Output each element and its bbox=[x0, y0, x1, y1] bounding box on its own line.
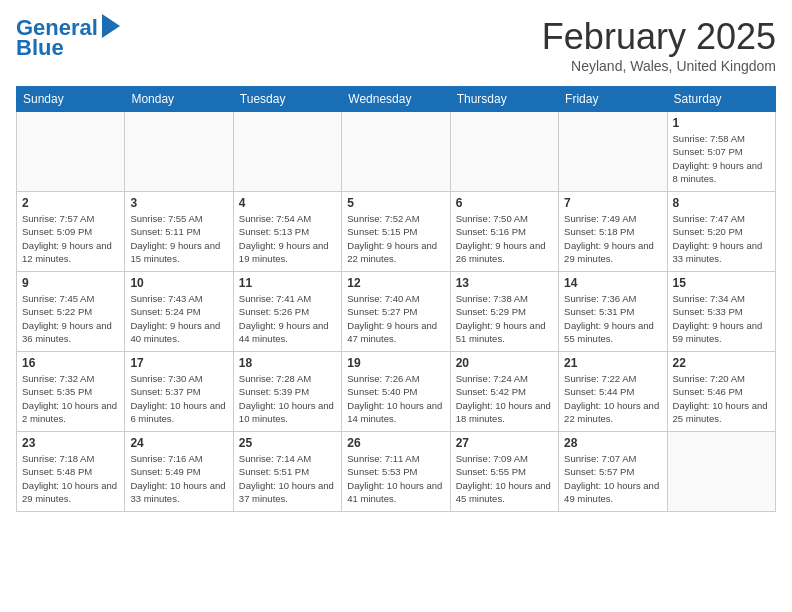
day-info: Sunrise: 7:54 AM Sunset: 5:13 PM Dayligh… bbox=[239, 212, 336, 265]
calendar-day-cell bbox=[233, 112, 341, 192]
day-number: 28 bbox=[564, 436, 661, 450]
day-info: Sunrise: 7:32 AM Sunset: 5:35 PM Dayligh… bbox=[22, 372, 119, 425]
day-info: Sunrise: 7:41 AM Sunset: 5:26 PM Dayligh… bbox=[239, 292, 336, 345]
day-info: Sunrise: 7:28 AM Sunset: 5:39 PM Dayligh… bbox=[239, 372, 336, 425]
calendar-day-cell: 19Sunrise: 7:26 AM Sunset: 5:40 PM Dayli… bbox=[342, 352, 450, 432]
calendar-day-cell: 17Sunrise: 7:30 AM Sunset: 5:37 PM Dayli… bbox=[125, 352, 233, 432]
day-info: Sunrise: 7:43 AM Sunset: 5:24 PM Dayligh… bbox=[130, 292, 227, 345]
calendar-day-cell bbox=[342, 112, 450, 192]
calendar-day-cell: 15Sunrise: 7:34 AM Sunset: 5:33 PM Dayli… bbox=[667, 272, 775, 352]
day-info: Sunrise: 7:55 AM Sunset: 5:11 PM Dayligh… bbox=[130, 212, 227, 265]
calendar-body: 1Sunrise: 7:58 AM Sunset: 5:07 PM Daylig… bbox=[17, 112, 776, 512]
day-info: Sunrise: 7:52 AM Sunset: 5:15 PM Dayligh… bbox=[347, 212, 444, 265]
calendar-day-cell: 14Sunrise: 7:36 AM Sunset: 5:31 PM Dayli… bbox=[559, 272, 667, 352]
calendar-day-cell bbox=[667, 432, 775, 512]
calendar-day-cell: 21Sunrise: 7:22 AM Sunset: 5:44 PM Dayli… bbox=[559, 352, 667, 432]
calendar-day-cell: 20Sunrise: 7:24 AM Sunset: 5:42 PM Dayli… bbox=[450, 352, 558, 432]
calendar-day-cell: 22Sunrise: 7:20 AM Sunset: 5:46 PM Dayli… bbox=[667, 352, 775, 432]
title-block: February 2025 Neyland, Wales, United Kin… bbox=[542, 16, 776, 74]
calendar-day-cell: 6Sunrise: 7:50 AM Sunset: 5:16 PM Daylig… bbox=[450, 192, 558, 272]
day-of-week-header: Friday bbox=[559, 87, 667, 112]
calendar-day-cell: 8Sunrise: 7:47 AM Sunset: 5:20 PM Daylig… bbox=[667, 192, 775, 272]
calendar-day-cell: 27Sunrise: 7:09 AM Sunset: 5:55 PM Dayli… bbox=[450, 432, 558, 512]
calendar-day-cell: 26Sunrise: 7:11 AM Sunset: 5:53 PM Dayli… bbox=[342, 432, 450, 512]
day-of-week-header: Saturday bbox=[667, 87, 775, 112]
day-info: Sunrise: 7:34 AM Sunset: 5:33 PM Dayligh… bbox=[673, 292, 770, 345]
day-number: 15 bbox=[673, 276, 770, 290]
day-info: Sunrise: 7:38 AM Sunset: 5:29 PM Dayligh… bbox=[456, 292, 553, 345]
calendar-day-cell: 16Sunrise: 7:32 AM Sunset: 5:35 PM Dayli… bbox=[17, 352, 125, 432]
calendar-day-cell: 18Sunrise: 7:28 AM Sunset: 5:39 PM Dayli… bbox=[233, 352, 341, 432]
day-info: Sunrise: 7:58 AM Sunset: 5:07 PM Dayligh… bbox=[673, 132, 770, 185]
day-number: 16 bbox=[22, 356, 119, 370]
day-number: 18 bbox=[239, 356, 336, 370]
day-number: 21 bbox=[564, 356, 661, 370]
day-number: 25 bbox=[239, 436, 336, 450]
day-info: Sunrise: 7:49 AM Sunset: 5:18 PM Dayligh… bbox=[564, 212, 661, 265]
calendar-day-cell: 1Sunrise: 7:58 AM Sunset: 5:07 PM Daylig… bbox=[667, 112, 775, 192]
calendar-day-cell: 9Sunrise: 7:45 AM Sunset: 5:22 PM Daylig… bbox=[17, 272, 125, 352]
calendar-day-cell: 11Sunrise: 7:41 AM Sunset: 5:26 PM Dayli… bbox=[233, 272, 341, 352]
day-number: 27 bbox=[456, 436, 553, 450]
day-number: 26 bbox=[347, 436, 444, 450]
calendar-day-cell: 3Sunrise: 7:55 AM Sunset: 5:11 PM Daylig… bbox=[125, 192, 233, 272]
calendar-day-cell: 5Sunrise: 7:52 AM Sunset: 5:15 PM Daylig… bbox=[342, 192, 450, 272]
day-info: Sunrise: 7:36 AM Sunset: 5:31 PM Dayligh… bbox=[564, 292, 661, 345]
calendar-table: SundayMondayTuesdayWednesdayThursdayFrid… bbox=[16, 86, 776, 512]
day-info: Sunrise: 7:20 AM Sunset: 5:46 PM Dayligh… bbox=[673, 372, 770, 425]
day-info: Sunrise: 7:24 AM Sunset: 5:42 PM Dayligh… bbox=[456, 372, 553, 425]
day-info: Sunrise: 7:11 AM Sunset: 5:53 PM Dayligh… bbox=[347, 452, 444, 505]
day-number: 13 bbox=[456, 276, 553, 290]
day-of-week-header: Tuesday bbox=[233, 87, 341, 112]
page-header: General Blue February 2025 Neyland, Wale… bbox=[16, 16, 776, 74]
day-number: 5 bbox=[347, 196, 444, 210]
calendar-day-cell: 10Sunrise: 7:43 AM Sunset: 5:24 PM Dayli… bbox=[125, 272, 233, 352]
calendar-day-cell: 28Sunrise: 7:07 AM Sunset: 5:57 PM Dayli… bbox=[559, 432, 667, 512]
day-number: 19 bbox=[347, 356, 444, 370]
day-info: Sunrise: 7:26 AM Sunset: 5:40 PM Dayligh… bbox=[347, 372, 444, 425]
calendar-week-row: 16Sunrise: 7:32 AM Sunset: 5:35 PM Dayli… bbox=[17, 352, 776, 432]
day-info: Sunrise: 7:45 AM Sunset: 5:22 PM Dayligh… bbox=[22, 292, 119, 345]
day-info: Sunrise: 7:07 AM Sunset: 5:57 PM Dayligh… bbox=[564, 452, 661, 505]
day-number: 10 bbox=[130, 276, 227, 290]
day-number: 1 bbox=[673, 116, 770, 130]
calendar-week-row: 1Sunrise: 7:58 AM Sunset: 5:07 PM Daylig… bbox=[17, 112, 776, 192]
month-title: February 2025 bbox=[542, 16, 776, 58]
day-number: 8 bbox=[673, 196, 770, 210]
calendar-day-cell: 24Sunrise: 7:16 AM Sunset: 5:49 PM Dayli… bbox=[125, 432, 233, 512]
day-of-week-header: Thursday bbox=[450, 87, 558, 112]
day-info: Sunrise: 7:22 AM Sunset: 5:44 PM Dayligh… bbox=[564, 372, 661, 425]
day-of-week-header: Wednesday bbox=[342, 87, 450, 112]
day-number: 3 bbox=[130, 196, 227, 210]
calendar-day-cell bbox=[125, 112, 233, 192]
calendar-week-row: 2Sunrise: 7:57 AM Sunset: 5:09 PM Daylig… bbox=[17, 192, 776, 272]
day-number: 22 bbox=[673, 356, 770, 370]
logo-subtext: Blue bbox=[16, 36, 64, 60]
logo-arrow-icon bbox=[102, 14, 120, 38]
calendar-day-cell: 4Sunrise: 7:54 AM Sunset: 5:13 PM Daylig… bbox=[233, 192, 341, 272]
calendar-day-cell: 7Sunrise: 7:49 AM Sunset: 5:18 PM Daylig… bbox=[559, 192, 667, 272]
day-number: 6 bbox=[456, 196, 553, 210]
day-info: Sunrise: 7:18 AM Sunset: 5:48 PM Dayligh… bbox=[22, 452, 119, 505]
day-number: 24 bbox=[130, 436, 227, 450]
day-info: Sunrise: 7:09 AM Sunset: 5:55 PM Dayligh… bbox=[456, 452, 553, 505]
day-number: 9 bbox=[22, 276, 119, 290]
day-number: 11 bbox=[239, 276, 336, 290]
day-number: 2 bbox=[22, 196, 119, 210]
day-info: Sunrise: 7:47 AM Sunset: 5:20 PM Dayligh… bbox=[673, 212, 770, 265]
day-number: 14 bbox=[564, 276, 661, 290]
calendar-day-cell bbox=[450, 112, 558, 192]
calendar-day-cell: 13Sunrise: 7:38 AM Sunset: 5:29 PM Dayli… bbox=[450, 272, 558, 352]
calendar-day-cell: 12Sunrise: 7:40 AM Sunset: 5:27 PM Dayli… bbox=[342, 272, 450, 352]
day-info: Sunrise: 7:57 AM Sunset: 5:09 PM Dayligh… bbox=[22, 212, 119, 265]
day-info: Sunrise: 7:50 AM Sunset: 5:16 PM Dayligh… bbox=[456, 212, 553, 265]
day-number: 7 bbox=[564, 196, 661, 210]
calendar-day-cell: 2Sunrise: 7:57 AM Sunset: 5:09 PM Daylig… bbox=[17, 192, 125, 272]
calendar-header: SundayMondayTuesdayWednesdayThursdayFrid… bbox=[17, 87, 776, 112]
calendar-day-cell: 23Sunrise: 7:18 AM Sunset: 5:48 PM Dayli… bbox=[17, 432, 125, 512]
logo: General Blue bbox=[16, 16, 120, 60]
day-number: 4 bbox=[239, 196, 336, 210]
location-label: Neyland, Wales, United Kingdom bbox=[542, 58, 776, 74]
day-info: Sunrise: 7:14 AM Sunset: 5:51 PM Dayligh… bbox=[239, 452, 336, 505]
calendar-week-row: 9Sunrise: 7:45 AM Sunset: 5:22 PM Daylig… bbox=[17, 272, 776, 352]
